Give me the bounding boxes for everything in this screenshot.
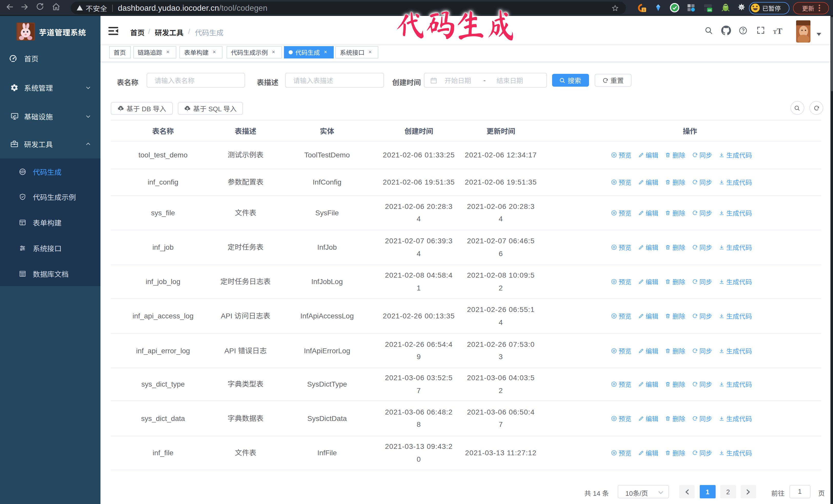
svg-text:on: on — [708, 8, 712, 11]
svg-text:1: 1 — [643, 8, 645, 12]
